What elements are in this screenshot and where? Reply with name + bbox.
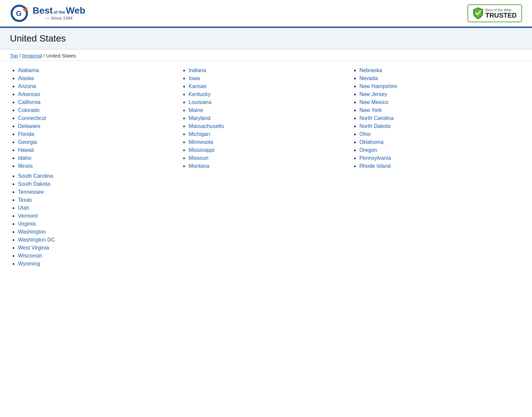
logo-text-area: Best of the Web — Since 1994	[33, 6, 85, 21]
state-link-vermont[interactable]: Vermont	[18, 213, 38, 219]
breadcrumb-current: United States	[46, 53, 76, 58]
list-item: New Hampshire	[359, 83, 522, 89]
list-item: Michigan	[189, 131, 351, 137]
state-link-nebraska[interactable]: Nebraska	[359, 67, 382, 73]
state-link-alaska[interactable]: Alaska	[18, 75, 34, 81]
state-link-colorado[interactable]: Colorado	[18, 107, 40, 113]
list-item: Montana	[189, 163, 351, 169]
state-link-arizona[interactable]: Arizona	[18, 83, 36, 89]
trusted-large-text: TRUSTED	[485, 12, 517, 19]
state-link-rhode-island[interactable]: Rhode Island	[359, 163, 391, 169]
state-link-illinois[interactable]: Illinois	[18, 163, 33, 169]
state-link-north-dakota[interactable]: North Dakota	[359, 123, 391, 129]
list-item: Rhode Island	[359, 163, 522, 169]
list-item: Minnesota	[189, 139, 351, 145]
state-link-georgia[interactable]: Georgia	[18, 139, 37, 145]
state-link-south-carolina[interactable]: South Carolina	[18, 173, 53, 179]
state-link-florida[interactable]: Florida	[18, 131, 34, 137]
state-link-california[interactable]: California	[18, 99, 41, 105]
state-link-new-york[interactable]: New York	[359, 107, 382, 113]
state-link-oklahoma[interactable]: Oklahoma	[359, 139, 384, 145]
state-link-texas[interactable]: Texas	[18, 197, 32, 203]
state-link-alabama[interactable]: Alabama	[18, 67, 39, 73]
list-item: Wisconsin	[18, 253, 181, 259]
extra-list: South CarolinaSouth DakotaTennesseeTexas…	[10, 173, 181, 267]
list-item: Alabama	[18, 67, 181, 73]
list-item: Washington DC	[18, 237, 181, 243]
state-link-michigan[interactable]: Michigan	[189, 131, 210, 137]
state-link-south-dakota[interactable]: South Dakota	[18, 181, 50, 187]
list-item: North Dakota	[359, 123, 522, 129]
main-content: AlabamaAlaskaArizonaArkansasCaliforniaCo…	[0, 61, 532, 282]
list-item: Virginia	[18, 221, 181, 227]
list-item: Arizona	[18, 83, 181, 89]
state-link-iowa[interactable]: Iowa	[189, 75, 200, 81]
list-item: Connecticut	[18, 115, 181, 121]
list-item: Washington	[18, 229, 181, 235]
state-link-oregon[interactable]: Oregon	[359, 147, 377, 153]
list-item: Florida	[18, 131, 181, 137]
state-link-connecticut[interactable]: Connecticut	[18, 115, 46, 121]
list-item: Kentucky	[189, 91, 351, 97]
list-item: New York	[359, 107, 522, 113]
state-link-kentucky[interactable]: Kentucky	[189, 91, 210, 97]
list-item: Oklahoma	[359, 139, 522, 145]
state-link-hawaii[interactable]: Hawaii	[18, 147, 34, 153]
list-item: Mississippi	[189, 147, 351, 153]
list-item: Colorado	[18, 107, 181, 113]
state-link-maryland[interactable]: Maryland	[189, 115, 210, 121]
state-link-louisiana[interactable]: Louisiana	[189, 99, 211, 105]
trusted-top-row: Best of the Web TRUSTED	[473, 7, 517, 20]
page-title-bar: United States	[0, 28, 532, 50]
logo-web: Web	[66, 6, 85, 16]
state-link-wisconsin[interactable]: Wisconsin	[18, 253, 42, 259]
state-link-tennessee[interactable]: Tennessee	[18, 189, 44, 195]
state-link-mississippi[interactable]: Mississippi	[189, 147, 214, 153]
state-link-wyoming[interactable]: Wyoming	[18, 261, 40, 266]
state-link-minnesota[interactable]: Minnesota	[189, 139, 213, 145]
state-link-north-carolina[interactable]: North Carolina	[359, 115, 394, 121]
state-link-massachusetts[interactable]: Massachusetts	[189, 123, 224, 129]
list-item: Hawaii	[18, 147, 181, 153]
state-link-kansas[interactable]: Kansas	[189, 83, 206, 89]
list-item: Vermont	[18, 213, 181, 219]
list-item: Oregon	[359, 147, 522, 153]
list-item: New Mexico	[359, 99, 522, 105]
list-item: Alaska	[18, 75, 181, 81]
list-item: Wyoming	[18, 261, 181, 267]
state-link-ohio[interactable]: Ohio	[359, 131, 371, 137]
state-link-virginia[interactable]: Virginia	[18, 221, 36, 227]
state-link-maine[interactable]: Maine	[189, 107, 203, 113]
state-link-missouri[interactable]: Missouri	[189, 155, 208, 161]
state-link-nevada[interactable]: Nevada	[359, 75, 378, 81]
list-item: Maine	[189, 107, 351, 113]
logo-area: G Best of the Web — Since 1994	[10, 3, 85, 23]
state-link-new-jersey[interactable]: New Jersey	[359, 91, 387, 97]
states-column-2: IndianaIowaKansasKentuckyLouisianaMaineM…	[181, 67, 351, 171]
breadcrumb-regional-link[interactable]: Regional	[22, 53, 42, 58]
list-item: Arkansas	[18, 91, 181, 97]
breadcrumb-top-link[interactable]: Top	[10, 53, 18, 58]
list-item: South Carolina	[18, 173, 181, 179]
state-link-new-mexico[interactable]: New Mexico	[359, 99, 388, 105]
page-title: United States	[10, 33, 522, 44]
state-link-west-virginia[interactable]: West Virginia	[18, 245, 49, 251]
state-link-indiana[interactable]: Indiana	[189, 67, 206, 73]
list-item: Indiana	[189, 67, 351, 73]
state-link-pennsylvania[interactable]: Pennsylvania	[359, 155, 391, 161]
list-item: Illinois	[18, 163, 181, 169]
logo-best: Best	[33, 6, 53, 16]
state-link-washington[interactable]: Washington	[18, 229, 46, 235]
state-link-new-hampshire[interactable]: New Hampshire	[359, 83, 397, 89]
state-link-washington-dc[interactable]: Washington DC	[18, 237, 55, 243]
list-item: California	[18, 99, 181, 105]
list-item: South Dakota	[18, 181, 181, 187]
list-item: Ohio	[359, 131, 522, 137]
list-item: Texas	[18, 197, 181, 203]
extra-states: South CarolinaSouth DakotaTennesseeTexas…	[10, 173, 181, 267]
state-link-idaho[interactable]: Idaho	[18, 155, 31, 161]
state-link-montana[interactable]: Montana	[189, 163, 209, 169]
state-link-utah[interactable]: Utah	[18, 205, 29, 211]
state-link-delaware[interactable]: Delaware	[18, 123, 41, 129]
state-link-arkansas[interactable]: Arkansas	[18, 91, 40, 97]
